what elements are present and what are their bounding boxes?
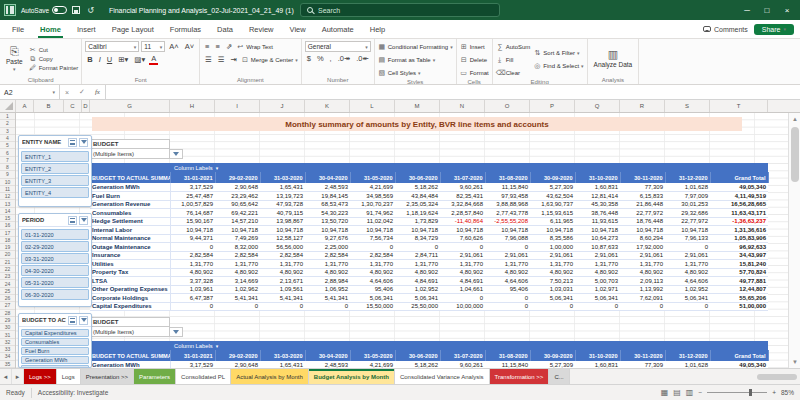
- analyze-data-button[interactable]: ▥ Analyze Data: [591, 41, 636, 76]
- conditional-formatting-button[interactable]: ▦Conditional Formatting▾: [378, 41, 453, 52]
- pivot-cell[interactable]: 1,31,770: [395, 260, 440, 269]
- sheet-tab-logs[interactable]: Logs: [57, 369, 81, 384]
- pivot-cell[interactable]: 49,05,340: [710, 183, 768, 192]
- column-header-H[interactable]: H: [170, 100, 215, 112]
- row-header-23[interactable]: 23: [0, 273, 15, 280]
- pivot-cell[interactable]: 5,27,309: [530, 361, 575, 368]
- tab-page-layout[interactable]: Page Layout: [104, 20, 162, 38]
- pivot-cell[interactable]: 2,77,43,778: [485, 209, 530, 218]
- pivot-cell[interactable]: 5,18,262: [395, 361, 440, 368]
- pivot-cell[interactable]: 5,18,262: [395, 183, 440, 192]
- pivot-cell[interactable]: 95,406: [485, 285, 530, 294]
- percent-icon[interactable]: %: [315, 54, 326, 63]
- row-header-34[interactable]: 34: [0, 353, 15, 360]
- pivot-cell[interactable]: 7,62,091: [620, 294, 665, 303]
- pivot-cell[interactable]: 2,35,05,324: [395, 200, 440, 209]
- autosave-toggle[interactable]: [52, 6, 67, 14]
- pivot-cell[interactable]: 7,60,626: [440, 234, 485, 243]
- pivot-cell[interactable]: 3,37,328: [170, 277, 215, 286]
- row-header-18[interactable]: 18: [0, 237, 15, 244]
- sheet-grid[interactable]: 1234567891011121314151617181920212223242…: [0, 113, 800, 368]
- zoom-slider[interactable]: [707, 392, 767, 393]
- page-layout-view-icon[interactable]: ▤: [673, 388, 681, 397]
- pivot-cell[interactable]: 5,41,341: [215, 294, 260, 303]
- pivot-cell[interactable]: 1,00,57,829: [170, 200, 215, 209]
- pivot-cell[interactable]: 5,06,341: [665, 294, 710, 303]
- pivot-cell[interactable]: 4,11,49,519: [710, 192, 768, 201]
- row-label[interactable]: Internal Labor: [90, 226, 170, 235]
- pivot-cell[interactable]: 29,32,686: [665, 209, 710, 218]
- align-middle-icon[interactable]: ≡: [213, 42, 221, 51]
- pivot-cell[interactable]: 13,50,720: [305, 217, 350, 226]
- slicer-item-03-31-2020[interactable]: 03-31-2020: [21, 253, 89, 264]
- column-header-C[interactable]: C: [64, 100, 82, 112]
- row-header-19[interactable]: 19: [0, 244, 15, 251]
- pivot-cell[interactable]: 9,60,261: [440, 183, 485, 192]
- row-label[interactable]: Normal Maintenance: [90, 234, 170, 243]
- row-header-28[interactable]: 28: [0, 310, 15, 317]
- pivot-cell[interactable]: 4,80,902: [620, 268, 665, 277]
- pivot-cell[interactable]: 82,35,431: [440, 192, 485, 201]
- pivot-cell[interactable]: 10,94,718: [350, 226, 395, 235]
- pivot-cell[interactable]: 0: [485, 243, 530, 252]
- pivot-cell[interactable]: 1,03,961: [170, 285, 215, 294]
- pivot-cell[interactable]: 5,06,341: [395, 294, 440, 303]
- pivot-cell[interactable]: 10,94,718: [215, 226, 260, 235]
- pivot-cell[interactable]: 1,63,90,737: [530, 200, 575, 209]
- row-label[interactable]: Corporate Holdings: [90, 294, 170, 303]
- pivot-cell[interactable]: 4,80,902: [530, 268, 575, 277]
- row-header-11[interactable]: 11: [0, 186, 15, 193]
- pivot-cell[interactable]: 4,21,699: [350, 361, 395, 368]
- increase-decimal-icon[interactable]: .0↠: [336, 54, 353, 63]
- pivot-cell[interactable]: 10,94,718: [485, 226, 530, 235]
- pivot-cell[interactable]: 1,31,770: [215, 260, 260, 269]
- pivot-cell[interactable]: 2,90,648: [215, 361, 260, 368]
- align-left-icon[interactable]: ☰: [203, 55, 214, 64]
- pivot-cell[interactable]: 43,62,504: [530, 192, 575, 201]
- pivot-cell[interactable]: 5,06,341: [530, 294, 575, 303]
- scroll-down-icon[interactable]: ▼: [789, 356, 800, 368]
- pivot-cell[interactable]: 54,30,223: [305, 209, 350, 218]
- pivot-cell[interactable]: 0: [260, 302, 305, 311]
- pivot-cell[interactable]: 10,94,718: [260, 226, 305, 235]
- close-button[interactable]: ×: [778, 1, 796, 19]
- pivot-cell[interactable]: 4,80,902: [260, 268, 305, 277]
- pivot-cell[interactable]: 15,81,240: [710, 260, 768, 269]
- pivot-cell[interactable]: 2,82,584: [170, 251, 215, 260]
- currency-icon[interactable]: $: [305, 54, 313, 63]
- pivot-cell[interactable]: 5,00,703: [575, 277, 620, 286]
- pivot-cell[interactable]: 4,80,902: [575, 268, 620, 277]
- pivot-cell[interactable]: 76,14,687: [170, 209, 215, 218]
- pivot-cell[interactable]: 15,50,000: [350, 302, 395, 311]
- sheet-tab-consolidated-pl[interactable]: Consolidated PL: [176, 369, 231, 384]
- pivot-cell[interactable]: 1,18,19,624: [395, 209, 440, 218]
- name-box[interactable]: A2▾: [0, 85, 60, 99]
- pivot-cell[interactable]: 1,31,770: [305, 260, 350, 269]
- pivot-cell[interactable]: 0: [395, 243, 440, 252]
- sheet-tab-c[interactable]: C...: [549, 369, 569, 384]
- pivot-cell[interactable]: 30,01,253: [665, 200, 710, 209]
- orientation-icon[interactable]: ⇗: [224, 42, 234, 51]
- pivot-cell[interactable]: 12,58,127: [260, 234, 305, 243]
- minimize-button[interactable]: ─: [738, 1, 756, 19]
- slicer-item-06-30-2020[interactable]: 06-30-2020: [21, 289, 89, 300]
- fx-icon[interactable]: fx: [95, 88, 100, 96]
- tab-formulas[interactable]: Formulas: [162, 20, 209, 38]
- column-header-D[interactable]: D: [82, 100, 90, 112]
- sheet-tab-consolidated-variance-analysis[interactable]: Consolidated Variance Analysis: [395, 369, 490, 384]
- pivot-cell[interactable]: 1,31,770: [350, 260, 395, 269]
- row-label[interactable]: Generation MWh: [90, 361, 170, 368]
- pivot-cell[interactable]: 13,19,723: [260, 192, 305, 201]
- pivot-cell[interactable]: 1,15,93,615: [530, 209, 575, 218]
- pivot-cell[interactable]: 9,27,676: [305, 234, 350, 243]
- pivot-cell[interactable]: 4,80,902: [665, 268, 710, 277]
- pivot-cell[interactable]: 1,31,770: [665, 260, 710, 269]
- column-header-S[interactable]: S: [665, 100, 710, 112]
- row-label[interactable]: LTSA: [90, 277, 170, 286]
- excel-logo-icon[interactable]: [4, 4, 16, 16]
- pivot-cell[interactable]: 25,50,000: [395, 302, 440, 311]
- pivot-cell[interactable]: 0: [170, 302, 215, 311]
- pivot-cell[interactable]: 96,92,633: [710, 243, 768, 252]
- row-header-5[interactable]: 5: [0, 142, 15, 149]
- pivot-cell[interactable]: 1,30,70,237: [350, 200, 395, 209]
